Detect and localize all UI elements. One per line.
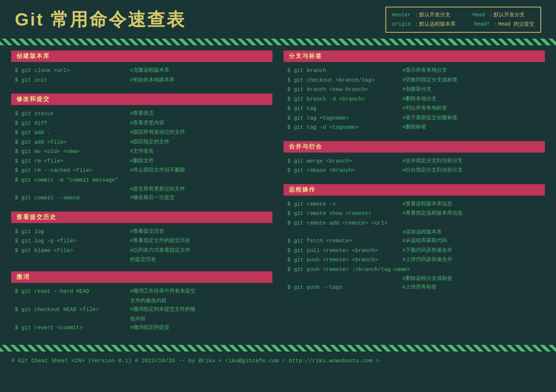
cmd-branch-d: $ git branch -d <branch> #删除本地分支: [287, 95, 541, 103]
cmd-push-del-text: $ git push <remote> :<branch/tag-name>: [287, 265, 410, 274]
cmd-checkout-bt-comment: #切换到指定分支或标签: [403, 76, 458, 84]
cmd-rm-comment: #删除文件: [130, 157, 154, 165]
cmd-remote-show-text: $ git remote show <remote>: [287, 209, 403, 218]
cmd-status-comment: #查看状态: [130, 110, 154, 117]
cmd-checkout-head-comment2: 改内容: [15, 315, 269, 323]
page-title: Git 常用命令速查表: [15, 8, 186, 32]
cmd-diff: $ git diff #查看变更内容: [15, 119, 269, 127]
cmd-rm: $ git rm <file> #删除文件: [15, 157, 269, 165]
main-content: 创建版本库 $ git clone <url> #克隆远程版本库 $ git i…: [0, 50, 556, 341]
cmd-fetch-comment: #从远程库获取代码: [403, 237, 447, 245]
cmd-push-del-comment: #删除远程分支或标签: [287, 275, 541, 282]
cmd-tag-d: $ git tag -d <tagname> #删除标签: [287, 123, 541, 131]
cmd-tag: $ git tag #列出所有本地标签: [287, 104, 541, 112]
section-undo-header: 撤消: [11, 271, 272, 283]
cmd-tag-comment: #列出所有本地标签: [403, 104, 447, 112]
cmd-blame-comment: #以列表方式查看指定文件: [130, 246, 190, 254]
cmd-log: $ git log #查看提交历史: [15, 228, 269, 236]
cmd-revert-text: $ git revert <commit>: [15, 324, 130, 332]
cmd-push: $ git push <remote> <branch> #上传代码及快速合并: [287, 256, 541, 264]
section-modify-body: $ git status #查看状态 $ git diff #查看变更内容 $ …: [11, 108, 272, 205]
cmd-merge-comment: #合并指定分支到当前分支: [403, 157, 463, 165]
cmd-pull-comment: #下载代码及快速合并: [403, 246, 452, 254]
section-undo-body: $ git reset --hard HEAD #撤消工作目录中所有未提交 文件…: [11, 286, 272, 334]
section-remote-body: $ git remote -v #查看远程版本库信息 $ git remote …: [284, 199, 545, 294]
section-modify-header: 修改和提交: [11, 94, 272, 105]
cmd-commit-m-text: $ git commit -m "commit message": [15, 176, 118, 184]
cmd-log-p-comment: #查看指定文件的提交历史: [130, 237, 190, 245]
cmd-init-comment: #初始化本地版本库: [130, 76, 175, 84]
cmd-checkout-bt-text: $ git checkout <branch/tag>: [287, 76, 403, 84]
cmd-branch-new-text: $ git branch <new-branch>: [287, 85, 403, 94]
right-column: 分支与标签 $ git branch #显示所有本地分支 $ git check…: [284, 50, 545, 341]
legend-row-1: master ：默认开发分支 Head ：默认开发分支: [392, 10, 534, 20]
cmd-tag-name-comment: #基于最新提交创建标签: [403, 114, 458, 122]
page: Git 常用命令速查表 master ：默认开发分支 Head ：默认开发分支 …: [0, 0, 556, 392]
cmd-fetch-text: $ git fetch <remote>: [287, 237, 403, 245]
section-log-body: $ git log #查看提交历史 $ git log -p <file> #查…: [11, 226, 272, 265]
cmd-branch-comment: #显示所有本地分支: [403, 66, 447, 74]
footer: # Git Cheat Sheet <CN> (Version 0.1) # 2…: [0, 355, 556, 370]
cmd-mv-comment: #文件改名: [130, 147, 154, 155]
legend-box: master ：默认开发分支 Head ：默认开发分支 origin ：默认远程…: [385, 7, 541, 33]
cmd-merge-text: $ git merge <branch>: [287, 157, 403, 165]
cmd-push-tags-text: $ git push --tags: [287, 283, 403, 291]
cmd-checkout-head-text: $ git checkout HEAD <file>: [15, 306, 130, 314]
legend-row-2: origin ：默认远程版本库 Head^ ：Head 的父提交: [392, 20, 534, 29]
cmd-checkout-head-comment: #撤消指定的未提交文件的修: [130, 306, 195, 313]
legend-head: Head ：默认开发分支: [473, 10, 525, 20]
section-remote-header: 远程操作: [284, 184, 545, 196]
top-divider: [0, 39, 556, 45]
legend-headcaret: Head^ ：Head 的父提交: [474, 20, 534, 29]
cmd-revert-comment: #撤消指定的提交: [130, 324, 169, 331]
cmd-branch: $ git branch #显示所有本地分支: [287, 66, 541, 75]
cmd-add-file: $ git add <file> #跟踪指定的文件: [15, 138, 269, 146]
footer-divider: [0, 345, 556, 352]
cmd-add-file-text: $ git add <file>: [15, 138, 130, 146]
cmd-log-p: $ git log -p <file> #查看指定文件的提交历史: [15, 237, 269, 245]
section-modify: 修改和提交 $ git status #查看状态 $ git diff #查看变…: [11, 94, 272, 205]
cmd-branch-d-comment: #删除本地分支: [403, 95, 437, 103]
cmd-commit-m-comment: #提交所有更新过的文件: [15, 185, 269, 193]
section-merge-header: 合并与衍合: [284, 141, 545, 153]
cmd-diff-text: $ git diff: [15, 119, 130, 127]
cmd-blame-text: $ git blame <file>: [15, 246, 130, 255]
cmd-fetch: $ git fetch <remote> #从远程库获取代码: [287, 237, 541, 245]
cmd-reset-text: $ git reset --hard HEAD: [15, 287, 130, 295]
cmd-remote-add-text: $ git remote add <remote> <url>: [287, 219, 388, 227]
section-branch-header: 分支与标签: [284, 50, 545, 62]
cmd-blame-comment2: 的提交历史: [15, 256, 269, 263]
cmd-push-text: $ git push <remote> <branch>: [287, 256, 403, 264]
section-remote: 远程操作 $ git remote -v #查看远程版本库信息 $ git re…: [284, 184, 545, 294]
cmd-checkout-bt: $ git checkout <branch/tag> #切换到指定分支或标签: [287, 76, 541, 84]
cmd-push-del: $ git push <remote> :<branch/tag-name>: [287, 265, 541, 274]
legend-origin: origin ：默认远程版本库: [392, 20, 456, 29]
section-log: 查看提交历史 $ git log #查看提交历史 $ git log -p <f…: [11, 212, 272, 265]
section-create-header: 创建版本库: [11, 50, 272, 62]
cmd-reset-comment2: 文件的修改内容: [15, 297, 269, 304]
cmd-log-comment: #查看提交历史: [130, 228, 164, 235]
cmd-rebase-comment: #衍合指定分支到当前分支: [403, 166, 463, 174]
cmd-clone: $ git clone <url> #克隆远程版本库: [15, 66, 269, 75]
cmd-log-p-text: $ git log -p <file>: [15, 237, 130, 245]
cmd-rm-cached-comment: #停止跟踪文件但不删除: [130, 166, 185, 174]
cmd-remote-show: $ git remote show <remote> #查看指定远程版本库信息: [287, 209, 541, 218]
cmd-reset-comment: #撤消工作目录中所有未提交: [130, 287, 195, 295]
cmd-remote-v-text: $ git remote -v: [287, 200, 403, 208]
section-merge: 合并与衍合 $ git merge <branch> #合并指定分支到当前分支 …: [284, 141, 545, 177]
cmd-push-comment: #上传代码及快速合并: [403, 256, 452, 264]
cmd-reset: $ git reset --hard HEAD #撤消工作目录中所有未提交: [15, 287, 269, 295]
cmd-blame: $ git blame <file> #以列表方式查看指定文件: [15, 246, 269, 255]
cmd-commit-amend-text: $ git commit --amend: [15, 194, 130, 202]
cmd-rm-cached: $ git rm --cached <file> #停止跟踪文件但不删除: [15, 166, 269, 174]
cmd-commit-amend-comment: #修改最后一次提交: [130, 194, 175, 202]
cmd-push-tags-comment: #上传所有标签: [403, 283, 437, 291]
cmd-tag-name-text: $ git tag <tagname>: [287, 114, 403, 122]
cmd-tag-name: $ git tag <tagname> #基于最新提交创建标签: [287, 114, 541, 122]
cmd-branch-text: $ git branch: [287, 66, 403, 75]
cmd-add-dot-comment: #跟踪所有改动过的文件: [130, 128, 185, 136]
section-branch-body: $ git branch #显示所有本地分支 $ git checkout <b…: [284, 65, 545, 134]
cmd-rebase-text: $ git rebase <branch>: [287, 166, 403, 174]
cmd-mv-text: $ git mv <old> <new>: [15, 147, 130, 156]
left-column: 创建版本库 $ git clone <url> #克隆远程版本库 $ git i…: [11, 50, 272, 341]
